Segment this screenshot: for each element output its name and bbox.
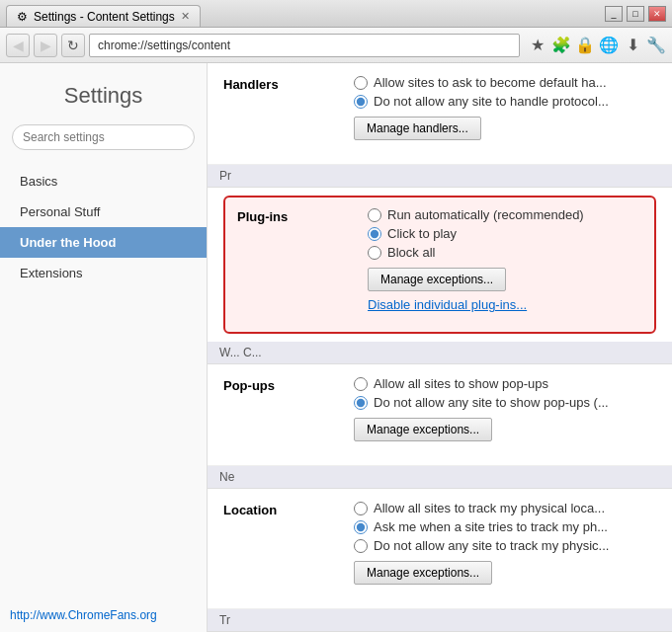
search-input[interactable] xyxy=(12,124,195,150)
plugins-highlighted-section: Plug-ins Run automatically (recommended)… xyxy=(223,196,656,334)
plugins-option3: Block all xyxy=(368,245,642,260)
popups-row: Pop-ups Allow all sites to show pop-ups … xyxy=(223,376,656,445)
star-icon[interactable]: ★ xyxy=(528,36,547,54)
sidebar: Settings Basics Personal Stuff Under the… xyxy=(0,63,208,632)
address-bar[interactable]: chrome://settings/content xyxy=(89,34,520,57)
popups-option2: Do not allow any site to show pop-ups (.… xyxy=(354,395,656,410)
plugins-option2-label: Click to play xyxy=(387,226,457,241)
disable-plugins-link[interactable]: Disable individual plug-ins... xyxy=(368,295,527,314)
handlers-radio-1[interactable] xyxy=(354,76,368,90)
location-option3: Do not allow any site to track my physic… xyxy=(354,538,656,553)
popups-option2-label: Do not allow any site to show pop-ups (.… xyxy=(374,395,609,410)
minimize-btn[interactable]: _ xyxy=(605,6,623,22)
sidebar-item-personal-stuff[interactable]: Personal Stuff xyxy=(0,197,207,227)
tab-strip: ⚙ Settings - Content Settings ✕ xyxy=(6,0,201,27)
extension-icon[interactable]: 🧩 xyxy=(551,36,571,54)
globe-icon[interactable]: 🌐 xyxy=(599,36,619,54)
address-text: chrome://settings/content xyxy=(98,39,230,52)
sidebar-item-under-the-hood[interactable]: Under the Hood xyxy=(0,227,207,258)
handlers-row: Handlers Allow sites to ask to become de… xyxy=(223,75,656,144)
sidebar-title: Settings xyxy=(0,73,207,124)
plugins-row: Plug-ins Run automatically (recommended)… xyxy=(237,207,642,314)
location-radio-3[interactable] xyxy=(354,539,368,553)
manage-handlers-btn[interactable]: Manage handlers... xyxy=(354,117,481,140)
section-ne-header: Ne xyxy=(208,466,672,489)
location-option2: Ask me when a site tries to track my ph.… xyxy=(354,519,656,534)
plugins-options: Run automatically (recommended) Click to… xyxy=(368,207,642,314)
manage-exceptions-plugins-btn[interactable]: Manage exceptions... xyxy=(368,268,506,291)
download-icon[interactable]: ⬇ xyxy=(623,36,642,54)
handlers-section: Handlers Allow sites to ask to become de… xyxy=(208,63,672,165)
tab-close-btn[interactable]: ✕ xyxy=(181,10,190,23)
handlers-options: Allow sites to ask to become default ha.… xyxy=(354,75,656,144)
section-tr-header: Tr xyxy=(208,609,672,632)
plugins-radio-3[interactable] xyxy=(368,246,381,260)
content-area: Handlers Allow sites to ask to become de… xyxy=(208,63,672,632)
handlers-option2: Do not allow any site to handle protocol… xyxy=(354,94,656,109)
popups-radio-1[interactable] xyxy=(354,377,368,391)
back-btn[interactable]: ◀ xyxy=(6,34,30,57)
plugins-option1-label: Run automatically (recommended) xyxy=(387,207,584,222)
handlers-option2-label: Do not allow any site to handle protocol… xyxy=(374,94,609,109)
location-option1: Allow all sites to track my physical loc… xyxy=(354,501,656,515)
location-option3-label: Do not allow any site to track my physic… xyxy=(374,538,609,553)
location-section: Location Allow all sites to track my phy… xyxy=(208,489,672,609)
plugins-label: Plug-ins xyxy=(237,207,356,224)
section-pr-header: Pr xyxy=(208,165,672,188)
nav-icons: ★ 🧩 🔒 🌐 ⬇ 🔧 xyxy=(528,36,666,54)
plugins-radio-2[interactable] xyxy=(368,227,381,241)
main-layout: Settings Basics Personal Stuff Under the… xyxy=(0,63,672,632)
location-radio-2[interactable] xyxy=(354,520,368,534)
wrench-icon[interactable]: 🔧 xyxy=(646,36,666,54)
active-tab[interactable]: ⚙ Settings - Content Settings ✕ xyxy=(6,5,201,27)
sidebar-nav: Basics Personal Stuff Under the Hood Ext… xyxy=(0,166,207,288)
popups-options: Allow all sites to show pop-ups Do not a… xyxy=(354,376,656,445)
plugins-option2: Click to play xyxy=(368,226,642,241)
forward-btn[interactable]: ▶ xyxy=(34,34,57,57)
lock-icon[interactable]: 🔒 xyxy=(575,36,595,54)
handlers-option1: Allow sites to ask to become default ha.… xyxy=(354,75,656,90)
close-btn[interactable]: ✕ xyxy=(648,6,666,22)
reload-btn[interactable]: ↻ xyxy=(61,34,85,57)
nav-bar: ◀ ▶ ↻ chrome://settings/content ★ 🧩 🔒 🌐 … xyxy=(0,28,672,63)
tab-title: Settings - Content Settings xyxy=(34,10,175,24)
popups-label: Pop-ups xyxy=(223,376,342,393)
manage-exceptions-location-btn[interactable]: Manage exceptions... xyxy=(354,561,492,585)
manage-exceptions-popups-btn[interactable]: Manage exceptions... xyxy=(354,418,492,441)
popups-option1-label: Allow all sites to show pop-ups xyxy=(374,376,548,391)
popups-section: Pop-ups Allow all sites to show pop-ups … xyxy=(208,364,672,466)
sidebar-footer-link[interactable]: http://www.ChromeFans.org xyxy=(0,598,207,632)
popups-radio-2[interactable] xyxy=(354,396,368,410)
handlers-label: Handlers xyxy=(223,75,342,92)
plugins-radio-1[interactable] xyxy=(368,208,381,222)
section-wc-header: W... C... xyxy=(208,342,672,364)
location-option1-label: Allow all sites to track my physical loc… xyxy=(374,501,605,515)
sidebar-item-extensions[interactable]: Extensions xyxy=(0,258,207,288)
popups-option1: Allow all sites to show pop-ups xyxy=(354,376,656,391)
location-option2-label: Ask me when a site tries to track my ph.… xyxy=(374,519,608,534)
location-options: Allow all sites to track my physical loc… xyxy=(354,501,656,589)
location-radio-1[interactable] xyxy=(354,502,368,515)
maximize-btn[interactable]: □ xyxy=(627,6,644,22)
handlers-radio-2[interactable] xyxy=(354,95,368,109)
title-bar: ⚙ Settings - Content Settings ✕ _ □ ✕ xyxy=(0,0,672,28)
plugins-option3-label: Block all xyxy=(387,245,435,260)
sidebar-item-basics[interactable]: Basics xyxy=(0,166,207,197)
plugins-option1: Run automatically (recommended) xyxy=(368,207,642,222)
handlers-option1-label: Allow sites to ask to become default ha.… xyxy=(374,75,607,90)
window-controls: _ □ ✕ xyxy=(605,6,666,22)
location-label: Location xyxy=(223,501,342,517)
location-row: Location Allow all sites to track my phy… xyxy=(223,501,656,589)
